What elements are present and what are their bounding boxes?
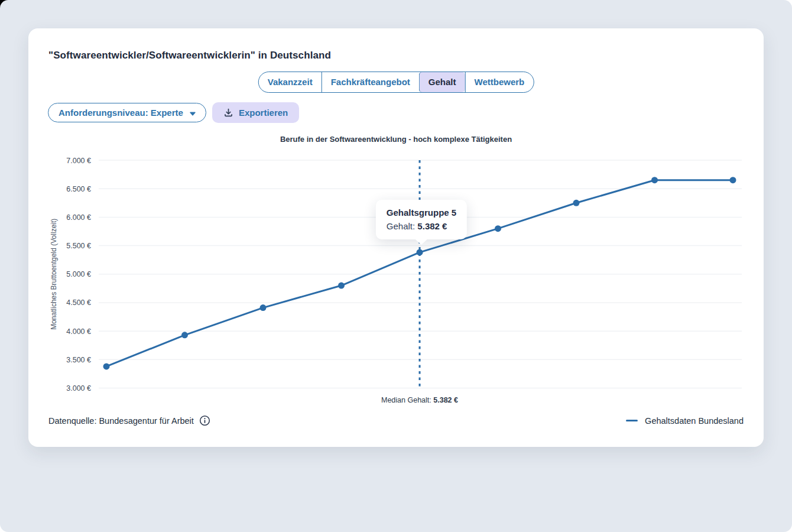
page-background: "Softwareentwickler/Softwareentwicklerin…	[0, 0, 792, 532]
chart-footer: Datenquelle: Bundesagentur für Arbeit Ge…	[48, 415, 744, 426]
chart-tooltip: Gehaltsgruppe 5 Gehalt: 5.382 €	[376, 200, 467, 239]
y-tick-label: 4.000 €	[66, 327, 91, 336]
y-tick-label: 6.500 €	[66, 185, 91, 193]
tooltip-value: 5.382 €	[417, 221, 447, 231]
tooltip-value-line: Gehalt: 5.382 €	[387, 219, 456, 233]
data-point[interactable]	[730, 177, 736, 183]
data-source-text: Datenquelle: Bundesagentur für Arbeit	[48, 416, 194, 426]
y-tick-label: 7.000 €	[66, 157, 91, 165]
y-tick-label: 5.500 €	[66, 242, 91, 250]
y-tick-label: 5.000 €	[66, 270, 91, 278]
data-point[interactable]	[103, 363, 110, 369]
data-point[interactable]	[338, 283, 345, 289]
tooltip-title: Gehaltsgruppe 5	[387, 206, 456, 219]
y-axis-title: Monatliches Bruttoentgeld (Vollzeit)	[50, 219, 58, 330]
data-point[interactable]	[417, 249, 423, 255]
data-point[interactable]	[573, 200, 580, 206]
main-card: "Softwareentwickler/Softwareentwicklerin…	[28, 28, 764, 447]
y-tick-label: 6.000 €	[66, 213, 91, 222]
data-point[interactable]	[260, 304, 267, 311]
y-tick-label: 4.500 €	[66, 299, 91, 307]
data-point[interactable]	[181, 332, 188, 338]
y-tick-label: 3.500 €	[66, 356, 91, 364]
median-label: Median Gehalt: 5.382 €	[381, 396, 458, 404]
data-source: Datenquelle: Bundesagentur für Arbeit	[48, 415, 210, 426]
legend-item[interactable]: Gehaltsdaten Bundesland	[626, 416, 744, 426]
info-icon[interactable]	[199, 415, 210, 426]
legend-label: Gehaltsdaten Bundesland	[645, 416, 744, 426]
data-point[interactable]	[651, 177, 658, 183]
legend-line-icon	[626, 420, 638, 421]
data-point[interactable]	[495, 225, 501, 232]
y-tick-label: 3.000 €	[66, 384, 91, 392]
